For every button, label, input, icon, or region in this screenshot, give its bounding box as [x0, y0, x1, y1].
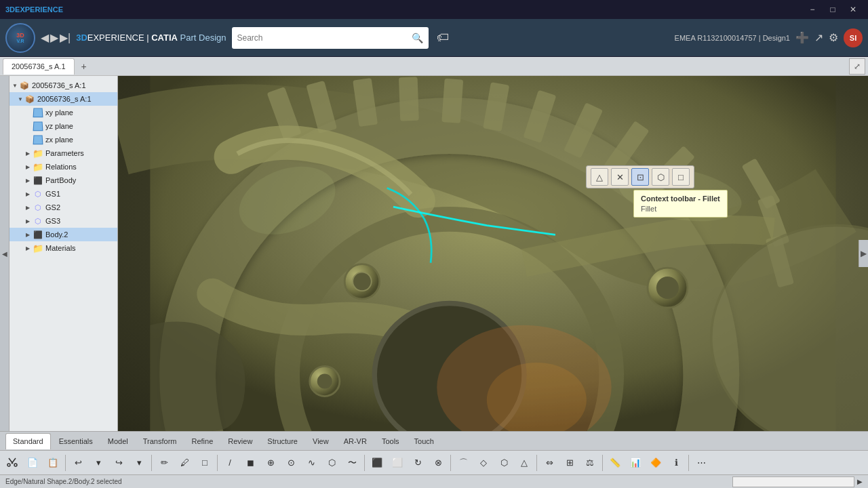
search-box[interactable]: 🔍: [232, 27, 429, 49]
copy-button[interactable]: 📄: [23, 453, 42, 472]
share-icon[interactable]: ↗: [814, 31, 823, 44]
box-select-button[interactable]: □: [195, 453, 214, 472]
select-button[interactable]: 🖊: [175, 453, 194, 472]
play-button[interactable]: ▶: [50, 31, 58, 44]
tree-item-gs3[interactable]: ▶ ⬡ GS3: [9, 214, 117, 228]
tree-item-yz[interactable]: yz plane: [9, 119, 117, 133]
sidebar-toggle[interactable]: ◀: [0, 76, 9, 431]
groove-button[interactable]: ⊗: [429, 453, 448, 472]
tree-label: PartBody: [45, 176, 76, 184]
tab-structure[interactable]: Structure: [260, 433, 304, 449]
sidebar-tree: ▼ 📦 20056736_s A:1 ▼ 📦 20056736_s A:1 xy…: [9, 76, 118, 431]
back-button[interactable]: ◀: [41, 31, 49, 44]
draft-button[interactable]: △: [515, 453, 534, 472]
tree-item-params[interactable]: ▶ 📁 Parameters: [9, 146, 117, 160]
scroll-indicator: ▶: [857, 478, 863, 485]
measure-button[interactable]: 📏: [606, 453, 625, 472]
tree-item-partbody[interactable]: ▶ ⬛ PartBody: [9, 174, 117, 187]
tab-essentials[interactable]: Essentials: [52, 433, 100, 449]
tree-item-xy[interactable]: xy plane: [9, 106, 117, 119]
bookmark-icon[interactable]: 🏷: [437, 30, 449, 45]
expand-icon: ▶: [26, 191, 33, 197]
forward-button[interactable]: ▶|: [60, 31, 71, 44]
sketch-button[interactable]: ✏: [155, 453, 174, 472]
more-button[interactable]: ⋯: [692, 453, 711, 472]
titlebar: 3DEXPERIENCE − □ ✕: [0, 0, 868, 19]
ctx-btn-cross[interactable]: ✕: [611, 168, 629, 186]
redo-button[interactable]: ↪: [109, 453, 128, 472]
material-button[interactable]: 🔶: [646, 453, 665, 472]
app-title-3d: 3D: [76, 33, 87, 43]
tree-item-gs1[interactable]: ▶ ⬡ GS1: [9, 187, 117, 201]
point-button[interactable]: ⊕: [261, 453, 280, 472]
group-icon: ⬡: [33, 216, 43, 226]
tab-review[interactable]: Review: [221, 433, 259, 449]
settings-icon[interactable]: ⚙: [829, 31, 838, 44]
tree-item-root1[interactable]: ▼ 📦 20056736_s A:1: [9, 79, 117, 92]
svg-point-19: [317, 373, 332, 388]
plane-button[interactable]: ◼: [241, 453, 260, 472]
tab-model[interactable]: Model: [101, 433, 135, 449]
tab-ar-vr[interactable]: AR-VR: [337, 433, 374, 449]
ctx-btn-triangle[interactable]: △: [591, 168, 608, 186]
arc-button[interactable]: ∿: [302, 453, 321, 472]
tab-transform[interactable]: Transform: [136, 433, 184, 449]
ctx-btn-square-active[interactable]: ⊡: [631, 168, 649, 186]
fullscreen-button[interactable]: ⤢: [849, 58, 865, 75]
spline-button[interactable]: 〜: [342, 453, 361, 472]
chamfer-button[interactable]: ◇: [474, 453, 493, 472]
tab-standard[interactable]: Standard: [5, 433, 51, 449]
circle-button[interactable]: ⊙: [281, 453, 300, 472]
tree-item-zx[interactable]: zx plane: [9, 133, 117, 146]
tree-item-root2[interactable]: ▼ 📦 20056736_s A:1: [9, 92, 117, 106]
right-panel-toggle[interactable]: ▶: [859, 240, 868, 267]
tooltip-body: Fillet: [641, 205, 720, 213]
line-button[interactable]: /: [220, 453, 239, 472]
redo-dropdown[interactable]: ▾: [130, 453, 149, 472]
tree-item-materials[interactable]: ▶ 📁 Materials: [9, 241, 117, 255]
undo-button[interactable]: ↩: [68, 453, 87, 472]
revolve-button[interactable]: ↻: [408, 453, 427, 472]
properties-button[interactable]: ℹ: [667, 453, 686, 472]
hex-button[interactable]: ⬡: [322, 453, 341, 472]
pocket-button[interactable]: ⬜: [388, 453, 407, 472]
main-tab[interactable]: 20056736_s A.1: [3, 58, 75, 75]
cut-button[interactable]: [3, 453, 22, 472]
tooltip-box: Context toolbar - Fillet Fillet: [633, 190, 728, 218]
tree-item-relations[interactable]: ▶ 📁 Relations: [9, 160, 117, 174]
tab-refine[interactable]: Refine: [184, 433, 220, 449]
analysis-button[interactable]: 📊: [626, 453, 645, 472]
expand-icon: ▶: [26, 178, 33, 184]
app-title-part: Part Design: [178, 33, 226, 43]
minimize-button[interactable]: −: [803, 3, 822, 16]
separator: [65, 455, 66, 471]
maximize-button[interactable]: □: [823, 3, 842, 16]
extrude-button[interactable]: ⬛: [368, 453, 387, 472]
pattern-button[interactable]: ⊞: [560, 453, 579, 472]
search-input[interactable]: [237, 33, 408, 43]
tree-label: 20056736_s A:1: [37, 95, 92, 103]
tab-touch[interactable]: Touch: [408, 433, 441, 449]
close-button[interactable]: ✕: [844, 3, 863, 16]
add-icon[interactable]: ➕: [795, 31, 809, 44]
viewport[interactable]: △ ✕ ⊡ ⬡ □ Context toolbar - Fillet Fille…: [118, 76, 868, 431]
tree-item-gs2[interactable]: ▶ ⬡ GS2: [9, 201, 117, 214]
user-avatar[interactable]: SI: [844, 28, 863, 47]
undo-dropdown[interactable]: ▾: [89, 453, 108, 472]
tab-view[interactable]: View: [306, 433, 336, 449]
ctx-btn-hex[interactable]: ⬡: [652, 168, 669, 186]
scale-button[interactable]: ⚖: [580, 453, 599, 472]
fillet-button[interactable]: ⌒: [454, 453, 473, 472]
tree-item-body2[interactable]: ▶ ⬛ Body.2: [9, 228, 117, 241]
coordinate-input[interactable]: [732, 476, 854, 487]
expand-icon: ▶: [26, 232, 33, 238]
mirror-button[interactable]: ⇔: [540, 453, 559, 472]
new-tab-button[interactable]: +: [77, 60, 91, 73]
paste-button[interactable]: 📋: [43, 453, 62, 472]
tree-label: yz plane: [45, 122, 73, 130]
shell-button[interactable]: ⬡: [494, 453, 513, 472]
tab-tools[interactable]: Tools: [375, 433, 406, 449]
tree-label: GS3: [45, 217, 60, 225]
expand-icon: ▶: [26, 245, 33, 251]
ctx-btn-empty-square[interactable]: □: [672, 168, 690, 186]
